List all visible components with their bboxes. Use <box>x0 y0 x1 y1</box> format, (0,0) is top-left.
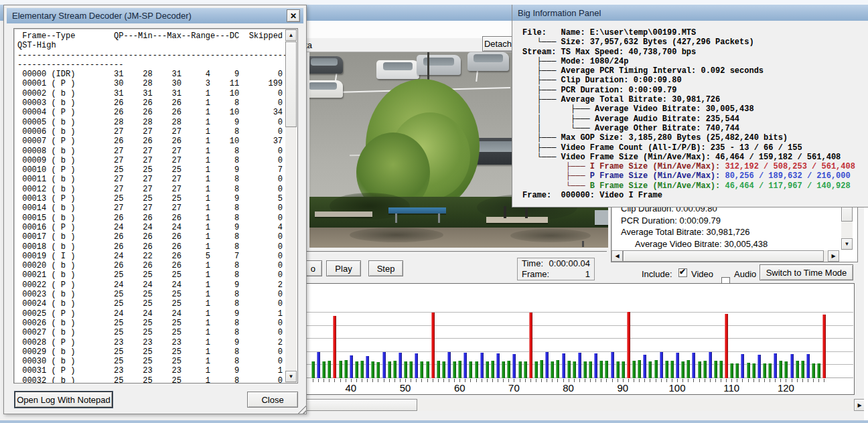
decoder-log-row: 00003 ( b ) 26 26 26 1 8 0 <box>17 98 297 108</box>
big-panel-titlebar[interactable]: Big Information Panel <box>512 5 868 21</box>
bench-post <box>504 206 506 218</box>
chart-x-tick <box>590 379 591 382</box>
big-panel-body: File: Name: E:\user\temp\00199.MTS └─── … <box>512 21 868 200</box>
chart-bar-B <box>426 361 429 378</box>
chart-bar-B <box>469 361 472 378</box>
chart-x-tick <box>536 379 536 382</box>
ground-shadow <box>350 228 443 242</box>
chart-x-tick <box>644 379 645 382</box>
decoder-titlebar[interactable]: Elementary Stream Decoder (JM-SP Decoder… <box>7 8 303 23</box>
chart-bar-B <box>475 361 478 378</box>
chart-bar-B <box>567 361 571 378</box>
frame-value: 1 <box>585 269 590 280</box>
decoder-log-row: 00032 ( b ) 25 25 25 1 8 0 <box>17 376 297 384</box>
decoder-title: Elementary Stream Decoder (JM-SP Decoder… <box>12 11 192 21</box>
info-hscroll-left-button[interactable]: ◀ <box>611 250 623 262</box>
chart-bar-B <box>534 361 538 378</box>
chart-bar-B <box>817 363 820 378</box>
chart-x-tick <box>770 379 770 382</box>
chart-bar-P <box>660 352 663 378</box>
resize-grip[interactable] <box>297 404 307 414</box>
chart-x-tick <box>802 379 803 382</box>
decoder-log-row: 00025 ( P ) 24 24 24 1 9 1 <box>17 309 297 319</box>
info-tree-line: ├─── I Frame Size (Min/Ave/Max): 312,192… <box>522 162 868 171</box>
info-tree-line: └─── Size: 37,957,632 Bytes (427,296 Pac… <box>522 37 868 47</box>
chart-bar-B <box>524 361 527 378</box>
info-line: Average Total Bitrate: 30,981,726 <box>621 226 857 238</box>
decoder-log-row: 00002 ( b ) 31 31 31 1 10 0 <box>17 89 297 98</box>
chart-x-label: 110 <box>719 382 743 394</box>
decoder-vscroll-down-button[interactable]: ▼ <box>285 371 297 382</box>
decoder-close-x-button[interactable]: ✕ <box>287 9 300 22</box>
include-video-checkbox[interactable]: ✔ <box>678 268 687 277</box>
chart-bar-B <box>322 361 326 378</box>
car <box>309 56 343 74</box>
log-header: Frame--Type QP---Min---Max--Range---DC S… <box>17 31 297 41</box>
chart-bar-P <box>447 352 451 378</box>
chart-bar-I <box>431 313 435 378</box>
arrow-right-icon: ▶ <box>831 253 835 259</box>
chart-bar-P <box>399 353 402 378</box>
chart-x-tick <box>585 379 585 382</box>
info-line: Average Video Bitrate: 30,005,438 <box>621 238 857 250</box>
info-hscroll-right-button[interactable]: ▶ <box>828 250 839 262</box>
log-separator: ---------------------- <box>17 60 297 70</box>
bench <box>486 217 548 223</box>
chart-x-tick <box>384 379 384 382</box>
chart-hscrollbar-thumb[interactable] <box>295 399 417 411</box>
chart-bar-P <box>480 353 484 378</box>
frame-size-chart[interactable]: 405060708090100110120 <box>295 283 855 395</box>
dialog-close-button[interactable]: Close <box>247 392 298 408</box>
chart-bar-P <box>692 353 695 378</box>
include-audio-label: Audio <box>734 269 756 279</box>
seek-slider-thumb[interactable] <box>582 241 584 247</box>
arrow-down-icon: ▼ <box>845 241 850 247</box>
chart-bar-B <box>556 360 559 378</box>
chart-x-tick <box>476 379 477 382</box>
chart-x-tick <box>759 379 760 382</box>
chart-x-label: 80 <box>557 382 581 394</box>
arrow-up-icon: ▲ <box>289 32 294 38</box>
decoder-vscroll-up-button[interactable]: ▲ <box>285 29 297 41</box>
arrow-left-icon: ◀ <box>615 253 619 259</box>
decoder-log-row: 00013 ( P ) 25 25 25 1 9 5 <box>17 194 297 203</box>
decoder-log-listbox[interactable]: Frame--Type QP---Min---Max--Range---DC S… <box>13 28 298 384</box>
chart-x-tick <box>492 379 493 382</box>
ground-shadow <box>510 229 591 242</box>
chart-bar-P <box>382 352 386 378</box>
decoder-log-row: 00010 ( P ) 25 25 25 1 9 7 <box>17 165 297 175</box>
seek-slider-track[interactable] <box>307 251 607 253</box>
chart-x-tick <box>753 379 754 382</box>
decoder-vscrollbar-thumb[interactable] <box>285 41 297 127</box>
info-hscrollbar-thumb[interactable] <box>623 250 824 262</box>
chart-x-tick <box>313 379 313 382</box>
chart-x-tick <box>824 379 824 382</box>
chart-bar-B <box>730 363 733 378</box>
chart-gridline <box>296 312 853 313</box>
decoder-log-row: 00031 ( P ) 23 23 23 1 9 1 <box>17 366 297 375</box>
switch-time-mode-button[interactable]: Switch to Time Mode <box>760 264 853 280</box>
decoder-log-row: 00028 ( P ) 23 23 23 1 9 2 <box>17 338 297 347</box>
main-window-right-border <box>864 207 868 420</box>
chart-bar-B <box>458 361 461 378</box>
chart-bar-B <box>784 361 788 378</box>
chart-x-tick <box>367 379 368 382</box>
play-button[interactable]: Play <box>326 260 361 276</box>
chart-x-tick <box>601 379 601 382</box>
step-button[interactable]: Step <box>368 260 403 276</box>
decoder-log-row: 00027 ( b ) 25 25 25 1 8 0 <box>17 328 297 337</box>
chart-bar-B <box>599 361 603 378</box>
chart-x-tick <box>661 379 662 382</box>
detach-button[interactable]: Detach <box>482 36 514 52</box>
bench-leg <box>438 214 440 223</box>
info-tree-line: ├─── Video Frame Count (All-I/P/B): 235 … <box>522 143 868 153</box>
info-vscroll-down-button[interactable]: ▼ <box>841 238 853 250</box>
decoder-log-row: 00024 ( b ) 25 25 25 1 8 0 <box>17 299 297 309</box>
decoder-log-row: 00012 ( b ) 27 27 27 1 8 0 <box>17 185 297 194</box>
chart-x-tick <box>530 379 531 382</box>
open-log-button[interactable]: Open Log With Notepad <box>15 392 113 408</box>
main-window-top-border <box>0 0 868 5</box>
info-tree-line: ├─── P Frame Size (Min/Ave/Max): 80,256 … <box>522 171 868 181</box>
decoder-log-row: 00006 ( b ) 27 27 27 1 8 0 <box>17 127 297 137</box>
info-tree-line: └─── B Frame Size (Min/Ave/Max): 46,464 … <box>522 181 868 191</box>
